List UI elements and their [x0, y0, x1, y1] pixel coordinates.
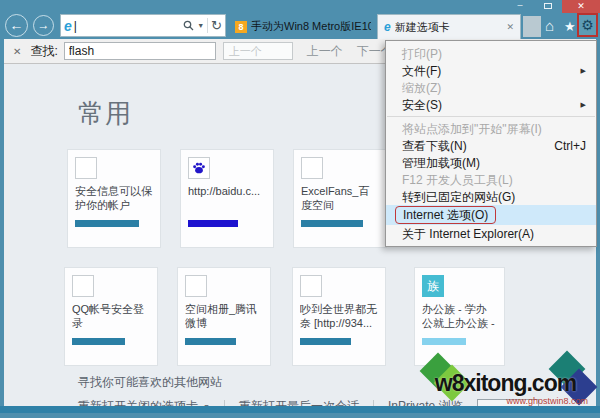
address-dropdown-icon[interactable]: ▼	[197, 22, 204, 29]
tile-color-bar	[75, 220, 139, 227]
site-tile-noisy-world[interactable]: 吵到全世界都无奈 [http://934...	[293, 268, 385, 365]
tile-title: 安全信息可以保护你的帐户	[75, 184, 153, 212]
menu-item-label: F12 开发人员工具(L)	[402, 173, 513, 187]
close-button[interactable]: ✕	[562, 0, 600, 13]
menu-separator	[387, 116, 595, 117]
submenu-arrow-icon: ▶	[581, 64, 586, 78]
site-tile-excelfans[interactable]: ExcelFans_百度空间	[294, 150, 386, 247]
find-input[interactable]	[64, 42, 216, 60]
titlebar: – ✕	[0, 0, 600, 13]
tools-menu: 打印(P)文件(F)▶缩放(Z)安全(S)▶将站点添加到"开始"屏幕(I)查看下…	[385, 40, 597, 247]
back-button[interactable]: ←	[5, 14, 28, 37]
menu-item-about-ie[interactable]: 关于 Internet Explorer(A)	[386, 225, 596, 242]
site-tile-qq-login[interactable]: QQ帐号安全登录	[65, 268, 157, 365]
site-tile-baidu[interactable]: http://baidu.c...	[181, 150, 273, 247]
tile-color-bar	[422, 338, 466, 345]
tile-color-bar	[185, 338, 236, 345]
tab-title: 新建选项卡	[395, 20, 450, 35]
submenu-arrow-icon: ▶	[581, 98, 586, 112]
site-tile-qzone-album[interactable]: 空间相册_腾讯微博	[178, 268, 270, 365]
watermark-text: w8xitong.com	[413, 370, 598, 397]
tile-color-bar	[72, 338, 125, 345]
menu-item-label: 关于 Internet Explorer(A)	[402, 227, 534, 241]
site-tile-secure-info[interactable]: 安全信息可以保护你的帐户	[68, 150, 160, 247]
text-cursor: |	[74, 19, 77, 33]
blank-icon	[300, 275, 322, 297]
tile-title: 办公族 - 学办公就上办公族 - O...	[422, 302, 497, 330]
menu-item-file[interactable]: 文件(F)▶	[386, 62, 596, 79]
tile-color-bar	[188, 220, 238, 227]
tile-color-bar	[300, 338, 351, 345]
blank-icon	[72, 275, 94, 297]
menu-item-security[interactable]: 安全(S)▶	[386, 96, 596, 113]
browser-chrome: ← → e | ▼ ↻ 8 手动为Win8 Metro版IE10... e 新建…	[0, 13, 600, 39]
menu-item-f12-devtools: F12 开发人员工具(L)	[386, 171, 596, 188]
menu-item-label: 管理加载项(M)	[402, 156, 480, 170]
menu-item-manage-addons[interactable]: 管理加载项(M)	[386, 154, 596, 171]
menu-item-print: 打印(P)	[386, 45, 596, 62]
tab-new-tab[interactable]: e 新建选项卡 ✕	[377, 14, 521, 39]
minimize-button[interactable]: –	[506, 0, 534, 13]
baidu-paw-icon	[188, 157, 210, 179]
zu-badge-icon: 族	[422, 275, 444, 297]
menu-item-add-to-start: 将站点添加到"开始"屏幕(I)	[386, 120, 596, 137]
menu-item-view-downloads[interactable]: 查看下载(N)Ctrl+J	[386, 137, 596, 154]
maximize-icon	[544, 3, 552, 9]
home-icon[interactable]: ⌂	[545, 16, 554, 36]
address-bar[interactable]: e | ▼ ↻	[60, 14, 226, 37]
forward-button[interactable]: →	[33, 15, 54, 36]
menu-item-label: 安全(S)	[402, 98, 442, 112]
menu-item-label: 打印(P)	[402, 47, 442, 61]
tile-title: ExcelFans_百度空间	[301, 184, 379, 212]
maximize-button[interactable]	[534, 0, 562, 13]
menu-item-pinned-sites[interactable]: 转到已固定的网站(G)	[386, 188, 596, 205]
menu-item-label: 文件(F)	[402, 64, 441, 78]
favorites-star-icon[interactable]: ★	[564, 16, 576, 37]
find-close-icon[interactable]: ✕	[13, 46, 21, 57]
refresh-icon[interactable]: ↻	[211, 18, 222, 33]
site-tile-bangongzu[interactable]: 族办公族 - 学办公就上办公族 - O...	[415, 268, 504, 365]
tab-win8-metro-ie10[interactable]: 8 手动为Win8 Metro版IE10...	[229, 14, 377, 39]
tile-color-bar	[301, 220, 363, 227]
footer-link-1[interactable]: 重新打开最后一次会话	[239, 398, 359, 406]
annotation-highlight: Internet 选项(O)	[395, 206, 496, 224]
tab1-favicon-icon: 8	[235, 21, 247, 33]
tile-title: 空间相册_腾讯微博	[185, 302, 263, 330]
blank-icon	[75, 157, 97, 179]
gear-icon[interactable]: ⚙	[577, 13, 598, 37]
new-tab-button[interactable]	[523, 16, 541, 37]
find-previous-disabled-button: 上一个	[223, 42, 293, 60]
watermark: w8xitong.com www.ghostwin8.com	[413, 354, 598, 416]
tab2-favicon-ie-icon: e	[384, 20, 391, 34]
ie-logo-icon: e	[64, 19, 72, 33]
menu-shortcut: Ctrl+J	[554, 139, 586, 153]
tile-title: 吵到全世界都无奈 [http://934...	[300, 302, 378, 330]
find-previous-button[interactable]: 上一个	[307, 43, 343, 60]
tab-title: 手动为Win8 Metro版IE10...	[251, 19, 371, 34]
tile-title: http://baidu.c...	[188, 184, 266, 212]
menu-item-label: 将站点添加到"开始"屏幕(I)	[402, 122, 542, 136]
blank-icon	[301, 157, 323, 179]
menu-item-label: 缩放(Z)	[402, 81, 441, 95]
find-label: 查找:	[30, 43, 57, 60]
page-heading: 常用	[78, 96, 132, 131]
watermark-subtext: www.ghostwin8.com	[506, 396, 588, 406]
divider	[207, 18, 208, 33]
menu-item-label: 转到已固定的网站(G)	[402, 190, 515, 204]
menu-item-label: 查看下载(N)	[402, 139, 467, 153]
discover-sites-link[interactable]: 寻找你可能喜欢的其他网站	[78, 374, 222, 391]
tile-title: QQ帐号安全登录	[72, 302, 150, 330]
tab-close-icon[interactable]: ✕	[502, 22, 514, 32]
blank-icon	[185, 275, 207, 297]
menu-item-zoom: 缩放(Z)	[386, 79, 596, 96]
search-icon[interactable]	[183, 20, 194, 31]
menu-item-internet-options[interactable]: Internet 选项(O)	[386, 205, 596, 225]
footer-link-0[interactable]: 重新打开关闭的选项卡	[78, 398, 198, 406]
